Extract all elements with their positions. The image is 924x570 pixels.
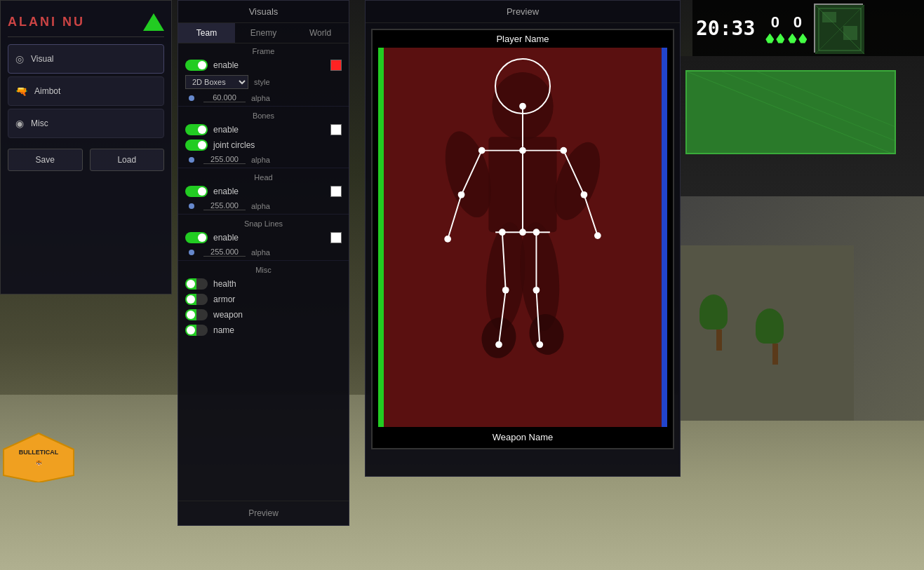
misc-weapon-toggle[interactable] — [185, 309, 208, 320]
head-alpha-label: alpha — [251, 202, 270, 210]
player-icon-3 — [788, 34, 796, 43]
misc-weapon-label: weapon — [213, 310, 342, 320]
scoreboard: 20:33 0 0 — [692, 0, 924, 56]
bones-joint-toggle[interactable] — [185, 140, 208, 151]
misc-weapon-row: weapon — [178, 307, 349, 323]
frame-box-type-select[interactable]: 2D Boxes 3D Boxes — [185, 75, 248, 89]
svg-point-44 — [519, 229, 526, 236]
frame-alpha-value: 60.000 — [203, 93, 246, 102]
tree-top-2 — [699, 294, 728, 330]
misc-section-label: Misc — [178, 262, 349, 276]
frame-enable-row: enable — [178, 57, 349, 73]
svg-line-27 — [448, 195, 461, 239]
minimap — [815, 5, 864, 54]
snap-alpha-dot — [189, 250, 194, 255]
green-triangle-icon — [143, 13, 164, 31]
preview-button[interactable]: Preview — [178, 501, 349, 525]
bones-alpha-value: 255.000 — [203, 155, 246, 164]
svg-point-41 — [581, 191, 588, 198]
tree-trunk-2 — [716, 330, 722, 351]
score-left: 0 — [771, 13, 779, 32]
bones-joint-row: joint circles — [178, 137, 349, 153]
sidebar-aimbot-label: Aimbot — [34, 86, 60, 96]
tab-team[interactable]: Team — [178, 23, 235, 43]
preview-weapon-name: Weapon Name — [493, 432, 553, 442]
misc-name-toggle[interactable] — [185, 325, 208, 336]
frame-alpha-row: 60.000 alpha — [178, 91, 349, 104]
frame-color-picker[interactable] — [330, 60, 342, 71]
divider-1 — [178, 106, 349, 107]
bones-alpha-label: alpha — [251, 156, 270, 164]
divider-2 — [178, 168, 349, 168]
tab-world[interactable]: World — [292, 23, 349, 43]
head-enable-row: enable — [178, 184, 349, 199]
svg-marker-13 — [4, 433, 74, 482]
misc-health-row: health — [178, 276, 349, 292]
visuals-panel: Visuals Team Enemy World Frame enable 2D… — [178, 0, 349, 526]
frame-enable-label: enable — [213, 60, 325, 70]
svg-point-42 — [444, 236, 451, 243]
sidebar-item-aimbot[interactable]: 🔫 Aimbot — [8, 76, 164, 106]
svg-line-29 — [584, 195, 597, 236]
frame-section-label: Frame — [178, 43, 349, 57]
frame-dropdown-row: 2D Boxes 3D Boxes style — [178, 73, 349, 91]
head-alpha-dot — [189, 203, 194, 209]
head-alpha-row: 255.000 alpha — [178, 199, 349, 212]
platform-grid — [687, 72, 895, 153]
visual-icon: ◎ — [15, 53, 24, 65]
bones-section-label: Bones — [178, 108, 349, 122]
svg-point-40 — [458, 191, 465, 198]
misc-armor-toggle[interactable] — [185, 294, 208, 305]
divider-3 — [178, 214, 349, 215]
sidebar-item-misc[interactable]: ◉ Misc — [8, 109, 164, 138]
svg-point-22 — [478, 315, 519, 361]
snap-color-picker[interactable] — [330, 232, 342, 243]
svg-point-48 — [533, 287, 540, 294]
snap-enable-label: enable — [213, 233, 325, 243]
head-color-picker[interactable] — [330, 186, 342, 197]
snap-enable-toggle[interactable] — [185, 232, 208, 243]
head-alpha-value: 255.000 — [203, 201, 246, 210]
svg-text:🐯: 🐯 — [36, 460, 42, 466]
svg-point-38 — [478, 147, 486, 154]
score-left-box: 0 — [765, 13, 784, 43]
logo-text: ALANI NU — [8, 15, 85, 29]
head-circle — [495, 58, 551, 114]
frame-style-label: style — [254, 78, 342, 86]
frame-enable-toggle[interactable] — [185, 60, 208, 71]
misc-health-toggle[interactable] — [185, 278, 208, 290]
preview-panel: Preview Player Name — [365, 0, 681, 477]
svg-line-2 — [757, 72, 895, 128]
load-button[interactable]: Load — [90, 149, 165, 171]
bones-color-picker[interactable] — [330, 124, 342, 135]
bottom-buttons: Save Load — [8, 149, 164, 171]
svg-line-1 — [722, 72, 895, 142]
svg-text:BULLETICAL: BULLETICAL — [19, 449, 59, 456]
sidebar-item-visual[interactable]: ◎ Visual — [8, 44, 164, 74]
bones-alpha-dot — [189, 157, 194, 163]
bones-alpha-row: 255.000 alpha — [178, 153, 349, 166]
bones-joint-label: joint circles — [213, 140, 342, 150]
tab-enemy[interactable]: Enemy — [235, 23, 292, 43]
timer: 20:33 — [696, 17, 755, 40]
preview-player-name: Player Name — [496, 34, 549, 44]
svg-point-47 — [502, 287, 509, 294]
logo-area: ALANI NU — [8, 8, 164, 37]
player-icons-left — [765, 34, 784, 43]
svg-rect-5 — [822, 12, 836, 22]
bones-enable-toggle[interactable] — [185, 124, 208, 135]
misc-name-label: name — [213, 325, 342, 335]
snap-alpha-label: alpha — [251, 248, 270, 257]
svg-point-37 — [519, 147, 526, 154]
misc-icon: ◉ — [15, 118, 24, 129]
tree-1 — [767, 308, 784, 365]
snap-enable-row: enable — [178, 230, 349, 245]
sidebar-misc-label: Misc — [31, 118, 48, 128]
svg-point-39 — [560, 147, 567, 154]
divider-4 — [178, 260, 349, 261]
tiger-logo-svg: BULLETICAL 🐯 — [0, 430, 77, 482]
svg-line-0 — [687, 72, 895, 153]
head-enable-toggle[interactable] — [185, 186, 208, 197]
save-button[interactable]: Save — [8, 149, 83, 171]
tree-top — [756, 308, 784, 344]
